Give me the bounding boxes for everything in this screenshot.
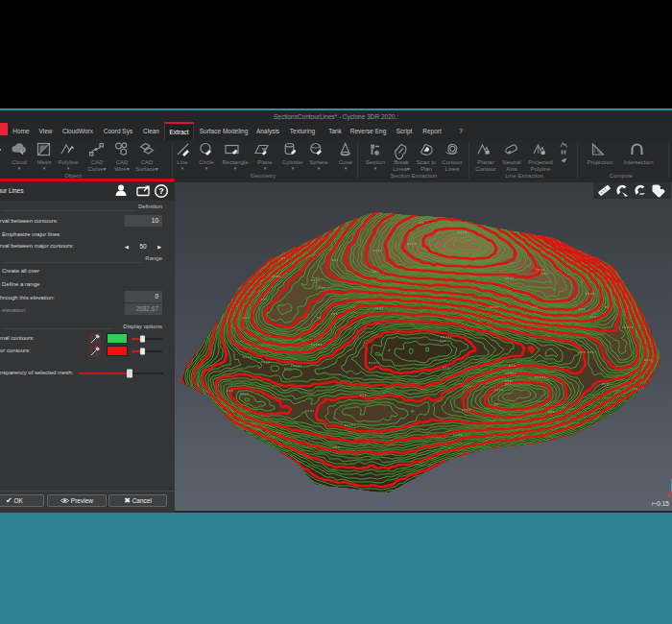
svg-text:?: ? [158,186,164,196]
